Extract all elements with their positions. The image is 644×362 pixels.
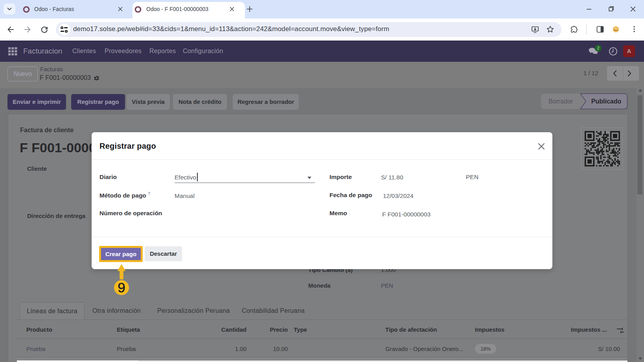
svg-text:MUK: MUK bbox=[614, 29, 618, 31]
